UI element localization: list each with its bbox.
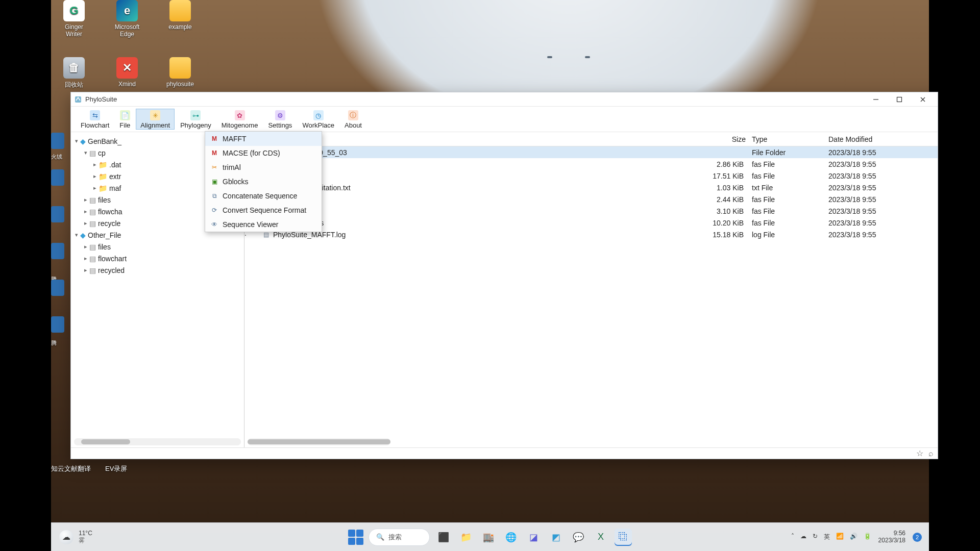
tray-icon-1[interactable]: ☁ [800, 533, 806, 541]
phylosuite-icon: ⿻ [619, 532, 628, 542]
recycle-bin-tile-icon: 🗑 [63, 57, 85, 79]
tree-doc-icon: ▤ [89, 266, 96, 274]
taskbar-app-excel[interactable]: X [592, 529, 609, 546]
desktop-icon-label: Xmind [118, 81, 136, 88]
desktop-icon-recycle-bin[interactable]: 🗑回收站 [56, 57, 92, 89]
desktop-icon-label: GingerWriter [65, 23, 83, 38]
file-type: txt File [749, 184, 825, 192]
toolbar-mitogenome[interactable]: ✿Mitogenome [217, 109, 263, 130]
tree-twisty-icon[interactable]: ▾ [82, 149, 89, 156]
taskbar-weather[interactable]: ☁ 11°C 雾 [59, 530, 92, 544]
tree-twisty-icon[interactable]: ▾ [73, 138, 80, 144]
tree-twisty-icon[interactable]: ▸ [82, 220, 89, 227]
tree-node[interactable]: ▸▤files [73, 241, 242, 253]
toolbar: ⇆Flowchart📄File✳Alignment⊶Phylogeny✿Mito… [71, 107, 938, 132]
menu-item-concatenate-sequence[interactable]: ⧉Concatenate Sequence [205, 189, 322, 203]
table-row[interactable]: ·▤rps7_mafft.fas2.44 KiBfas File2023/3/1… [244, 193, 938, 205]
taskbar-app-app-blue[interactable]: ◩ [547, 529, 565, 546]
tray-icon-5[interactable]: 🔊 [850, 533, 857, 541]
desktop-icon-microsoft-edge[interactable]: eMicrosoftEdge [109, 0, 145, 38]
clock-time: 9:56 [878, 530, 905, 537]
toolbar-file[interactable]: 📄File [115, 109, 135, 130]
tree-twisty-icon[interactable]: ▸ [91, 173, 99, 180]
tree-db-icon: ◆ [80, 231, 86, 239]
tray-icon-3[interactable]: 英 [824, 533, 830, 541]
tray-icon-0[interactable]: ˄ [791, 533, 794, 541]
column-type[interactable]: Type [749, 135, 825, 143]
start-button[interactable] [348, 530, 363, 545]
tree-horizontal-scrollbar[interactable] [74, 438, 241, 445]
toolbar-about[interactable]: ⓘAbout [340, 109, 366, 130]
desktop-icon-xmind[interactable]: ✕Xmind [109, 57, 145, 89]
table-row[interactable]: ·▤rps4_mafft.fas3.10 KiBfas File2023/3/1… [244, 205, 938, 217]
table-row[interactable]: ·▤ycf1_mafft.fas17.51 KiBfas File2023/3/… [244, 170, 938, 182]
file-size: 3.10 KiB [682, 207, 749, 215]
column-date[interactable]: Date Modified [825, 135, 938, 143]
taskbar-search[interactable]: 🔍 搜索 [369, 529, 430, 546]
desktop-icon-ginger-writer[interactable]: GGingerWriter [56, 0, 92, 38]
weather-icon: ☁ [59, 530, 74, 544]
taskbar-app-ms-store[interactable]: 🏬 [480, 529, 497, 546]
taskbar-clock[interactable]: 9:56 2023/3/18 [878, 530, 905, 543]
toolbar-label: Alignment [140, 121, 170, 129]
tree-twisty-icon[interactable]: ▸ [82, 196, 89, 203]
menu-item-trimal[interactable]: ✂trimAl [205, 160, 322, 174]
toolbar-phylogeny[interactable]: ⊶Phylogeny [176, 109, 216, 130]
tree-node[interactable]: ▸▤recycled [73, 264, 242, 276]
menu-item-convert-sequence-format[interactable]: ⟳Convert Sequence Format [205, 203, 322, 217]
tray-icon-4[interactable]: 📶 [836, 533, 844, 541]
menu-item-gblocks[interactable]: ▣Gblocks [205, 174, 322, 189]
tree-node[interactable]: ▸▤flowchart [73, 253, 242, 264]
desktop-icon-example-folder[interactable]: example [162, 0, 198, 38]
notification-badge[interactable]: 2 [913, 533, 922, 542]
tree-twisty-icon[interactable]: ▸ [91, 185, 99, 191]
taskbar: ☁ 11°C 雾 🔍 搜索 ⬛📁🏬🌐◪◩💬X⿻ ˄☁↻英📶🔊🔋 9:56 202… [51, 522, 929, 551]
ms-store-icon: 🏬 [483, 532, 494, 543]
column-name[interactable]: Name▴ [259, 135, 682, 143]
desktop-icon-phylosuite-folder[interactable]: phylosuite [162, 57, 198, 89]
desktop-icon-label: phylosuite [166, 81, 194, 88]
taskbar-app-wechat[interactable]: 💬 [570, 529, 587, 546]
minimize-button[interactable] [864, 92, 888, 107]
menu-item-macse[interactable]: MMACSE (for CDS) [205, 146, 322, 160]
taskbar-app-app-purple[interactable]: ◪ [525, 529, 542, 546]
tree-twisty-icon[interactable]: ▸ [82, 255, 89, 262]
menu-item-mafft[interactable]: MMAFFT [205, 132, 322, 146]
taskbar-app-edge[interactable]: 🌐 [502, 529, 520, 546]
table-row[interactable]: ▸📁2023_03_18-09_55_03File Folder2023/3/1… [244, 146, 938, 158]
table-row[interactable]: ·▤rpoC1_mafft.fas10.20 KiBfas File2023/3… [244, 217, 938, 229]
close-button[interactable] [911, 92, 935, 107]
taskbar-app-phylosuite[interactable]: ⿻ [615, 529, 632, 546]
flowchart-icon: ⇆ [90, 110, 100, 120]
column-size[interactable]: Size [682, 135, 749, 143]
tree-twisty-icon[interactable]: ▸ [91, 161, 99, 168]
tray-icon-6[interactable]: 🔋 [864, 533, 871, 541]
menu-item-sequence-viewer[interactable]: 👁Sequence Viewer [205, 217, 322, 232]
list-horizontal-scrollbar[interactable] [248, 438, 390, 445]
file-date: 2023/3/18 9:55 [825, 195, 938, 204]
titlebar[interactable]: PhyloSuite [71, 92, 938, 107]
file-icon: 📄 [120, 110, 130, 120]
table-row[interactable]: ·▤ycf4_mafft.fas2.86 KiBfas File2023/3/1… [244, 158, 938, 170]
file-type: fas File [749, 160, 825, 168]
toolbar-flowchart[interactable]: ⇆Flowchart [76, 109, 114, 130]
table-row[interactable]: ·▤summary and citation.txt1.03 KiBtxt Fi… [244, 182, 938, 193]
tray-icon-2[interactable]: ↻ [813, 533, 818, 541]
taskbar-app-task-view[interactable]: ⬛ [435, 529, 452, 546]
tree-twisty-icon[interactable]: ▸ [82, 243, 89, 250]
star-icon[interactable]: ☆ [916, 448, 923, 458]
tree-twisty-icon[interactable]: ▸ [82, 267, 89, 273]
wallpaper-detail [531, 51, 606, 60]
toolbar-settings[interactable]: ⚙Settings [263, 109, 297, 130]
maximize-button[interactable] [888, 92, 911, 107]
tree-twisty-icon[interactable]: ▾ [73, 232, 80, 238]
toolbar-alignment[interactable]: ✳Alignment [136, 109, 175, 130]
table-row[interactable]: ·▤PhyloSuite_MAFFT.log15.18 KiBlog File2… [244, 229, 938, 240]
ginger-writer-tile-icon: G [63, 0, 85, 21]
tree-twisty-icon[interactable]: ▸ [82, 208, 89, 215]
file-size: 10.20 KiB [682, 219, 749, 227]
desktop-icon-label: 回收站 [65, 81, 83, 89]
taskbar-app-file-explorer[interactable]: 📁 [457, 529, 475, 546]
search-icon[interactable]: ⌕ [928, 449, 934, 458]
toolbar-workplace[interactable]: ◷WorkPlace [298, 109, 339, 130]
